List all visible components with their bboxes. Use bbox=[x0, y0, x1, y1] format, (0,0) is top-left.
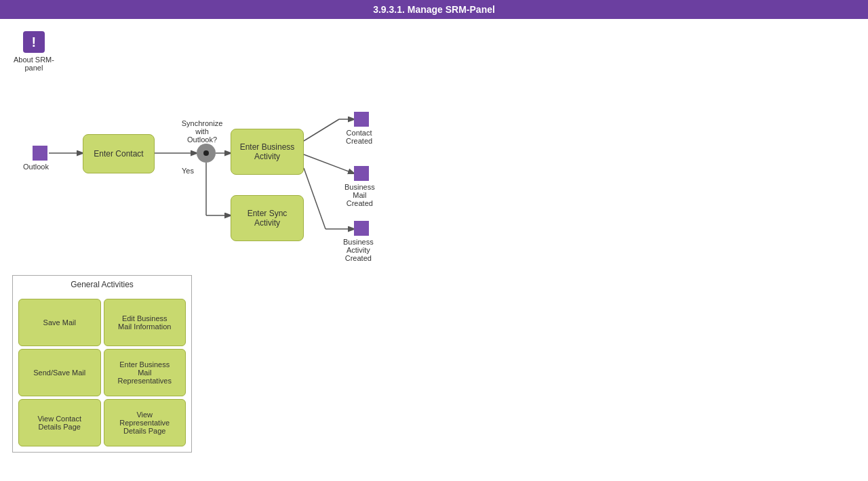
enter-business-activity-box[interactable]: Enter BusinessActivity bbox=[231, 129, 304, 175]
decision-gateway bbox=[197, 144, 216, 163]
enter-contact-box[interactable]: Enter Contact bbox=[83, 134, 155, 173]
save-mail-button[interactable]: Save Mail bbox=[18, 299, 101, 346]
general-activities-grid: Save Mail Edit BusinessMail Information … bbox=[13, 293, 191, 452]
page-title: 3.9.3.1. Manage SRM-Panel bbox=[0, 0, 868, 19]
svg-line-7 bbox=[304, 154, 354, 173]
svg-line-5 bbox=[304, 119, 339, 141]
about-srm-panel[interactable]: ! About SRM-panel bbox=[14, 31, 54, 72]
enter-sync-activity-box[interactable]: Enter SyncActivity bbox=[231, 195, 304, 241]
business-activity-created-event bbox=[354, 221, 369, 236]
enter-business-mail-reps-button[interactable]: Enter BusinessMailRepresentatives bbox=[104, 349, 186, 396]
contact-created-event bbox=[354, 112, 369, 127]
view-contact-details-button[interactable]: View ContactDetails Page bbox=[18, 399, 101, 446]
outlook-terminator bbox=[33, 146, 47, 161]
send-save-mail-button[interactable]: Send/Save Mail bbox=[18, 349, 101, 396]
business-mail-created-label: BusinessMailCreated bbox=[344, 183, 375, 207]
view-rep-details-button[interactable]: ViewRepresentativeDetails Page bbox=[104, 399, 186, 446]
general-activities-title: General Activities bbox=[13, 276, 191, 293]
about-label: About SRM-panel bbox=[14, 56, 54, 72]
svg-line-8 bbox=[304, 168, 326, 229]
canvas: ! About SRM-panel Outlook Enter Contact … bbox=[0, 19, 868, 481]
header-title: 3.9.3.1. Manage SRM-Panel bbox=[373, 4, 495, 15]
edit-business-mail-button[interactable]: Edit BusinessMail Information bbox=[104, 299, 186, 346]
exclamation-icon: ! bbox=[23, 31, 45, 53]
synchronize-label: SynchronizewithOutlook? bbox=[175, 119, 229, 144]
general-activities-panel: General Activities Save Mail Edit Busine… bbox=[12, 275, 192, 453]
business-mail-created-event bbox=[354, 166, 369, 181]
yes-label: Yes bbox=[182, 167, 194, 175]
contact-created-label: ContactCreated bbox=[346, 129, 372, 145]
outlook-label: Outlook bbox=[23, 163, 49, 171]
business-activity-created-label: BusinessActivityCreated bbox=[343, 238, 374, 262]
